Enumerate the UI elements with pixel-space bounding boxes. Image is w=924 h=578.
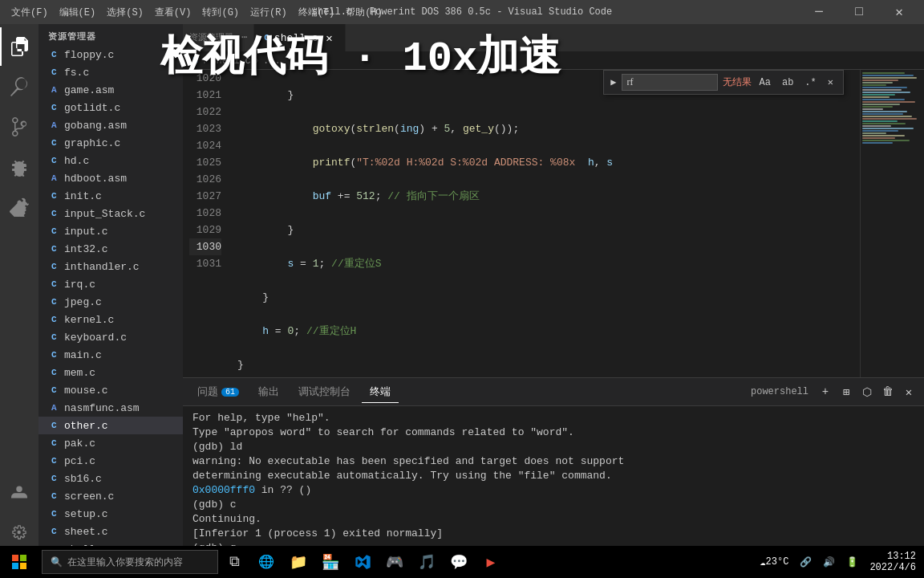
term-line-2: Type "apropos word" to search for comman… — [192, 425, 914, 440]
panel-maximize-btn[interactable]: ⬡ — [858, 383, 876, 401]
tray-battery[interactable]: 🔋 — [841, 546, 863, 578]
taskbar-vscode[interactable] — [346, 546, 379, 578]
sidebar-file-memc[interactable]: Cmem.c — [38, 364, 183, 381]
find-close-btn[interactable]: ✕ — [825, 75, 837, 89]
sidebar-file-pcic[interactable]: Cpci.c — [38, 452, 183, 470]
menu-edit[interactable]: 编辑(E) — [55, 4, 101, 21]
sidebar-file-floppyc[interactable]: Cfloppy.c — [38, 46, 183, 63]
activity-debug[interactable] — [0, 148, 38, 186]
sidebar-file-int32c[interactable]: Cint32.c — [38, 240, 183, 258]
taskbar-app8[interactable]: 💬 — [443, 546, 475, 578]
activity-extensions[interactable] — [0, 188, 38, 226]
sidebar-file-gameasm[interactable]: Agame.asm — [38, 81, 183, 99]
taskbar-explorer[interactable]: 📁 — [282, 546, 314, 578]
sidebar-file-kernelc[interactable]: Ckernel.c — [38, 311, 183, 328]
activity-search[interactable] — [0, 67, 38, 106]
code-line-1022: printf("T:%02d H:%02d S:%02d ADDRESS: %0… — [237, 154, 860, 171]
menu-run[interactable]: 运行(R) — [245, 4, 292, 21]
sidebar-file-initc[interactable]: Cinit.c — [38, 187, 183, 205]
panel-tab-problems[interactable]: 问题 61 — [189, 381, 247, 402]
sidebar-file-mousec[interactable]: Cmouse.c — [38, 381, 183, 399]
terminal-output[interactable]: For help, type "help". Type "apropos wor… — [183, 406, 924, 558]
breadcrumb: C : shell.c › ... — [183, 52, 924, 70]
panel-tab-debug-console[interactable]: 调试控制台 — [290, 381, 359, 402]
panel-tab-output[interactable]: 输出 — [250, 381, 287, 402]
panel-close-btn[interactable]: ✕ — [900, 383, 918, 401]
panel-tab-terminal[interactable]: 终端 — [362, 381, 399, 403]
sidebar-file-setupc[interactable]: Csetup.c — [38, 505, 183, 523]
sidebar-file-screenc[interactable]: Cscreen.c — [38, 487, 183, 505]
sidebar-file-hdbootasm[interactable]: Ahdboot.asm — [38, 169, 183, 187]
minimap — [860, 70, 924, 377]
window-title: shell.c - Powerint DOS 386 0.5c - Visual… — [312, 6, 612, 18]
find-input[interactable] — [622, 74, 718, 91]
code-line-1024: } — [237, 222, 860, 238]
taskbar-store[interactable]: 🏪 — [314, 546, 346, 578]
sidebar-file-input_Stackc[interactable]: Cinput_Stack.c — [38, 205, 183, 222]
editor-area: 资源管理器 ⋯ C shell.c ✕ C : shell.c › ... ▶ — [183, 24, 924, 558]
tab-shell-c[interactable]: C shell.c ✕ — [254, 24, 346, 51]
find-regex-btn[interactable]: .* — [801, 76, 819, 89]
breadcrumb-shellc[interactable]: shell.c — [210, 55, 250, 67]
panel-trash-btn[interactable]: 🗑 — [879, 383, 897, 401]
panel-split-btn[interactable]: ⊞ — [837, 383, 855, 401]
sidebar-file-fsc[interactable]: Cfs.c — [38, 63, 183, 81]
panel: 问题 61 输出 调试控制台 终端 powershell + ⊞ ⬡ 🗑 — [183, 377, 924, 558]
sidebar-file-nasmfuncasm[interactable]: Anasmfunc.asm — [38, 399, 183, 417]
activity-account[interactable] — [0, 473, 38, 511]
minimap-content — [861, 70, 924, 146]
sidebar-file-hdc[interactable]: Chd.c — [38, 152, 183, 169]
sidebar-file-sheetc[interactable]: Csheet.c — [38, 523, 183, 540]
breadcrumb-c[interactable]: C — [192, 55, 198, 67]
svg-rect-0 — [12, 555, 18, 561]
sidebar-file-inthandlerc[interactable]: Cinthandler.c — [38, 258, 183, 275]
code-line-1027: h = 0; //重定位H — [237, 323, 860, 340]
menu-select[interactable]: 选择(S) — [102, 4, 148, 21]
tab-explorer[interactable]: 资源管理器 ⋯ — [183, 24, 254, 51]
minimize-button[interactable]: ─ — [800, 0, 837, 24]
tray-temp[interactable]: ☁23°C — [755, 546, 793, 578]
file-list: Cfloppy.cCfs.cAgame.asmCgotlidt.cAgobang… — [38, 46, 183, 558]
taskbar-edge[interactable]: 🌐 — [250, 546, 282, 578]
taskbar-app7[interactable]: 🎵 — [411, 546, 443, 578]
tab-close-shell[interactable]: ✕ — [322, 31, 335, 44]
panel-add-btn[interactable]: + — [817, 383, 834, 401]
code-editor[interactable]: ▶ 无结果 Aa ab .* ✕ 1020 1021 1022 1023 102… — [183, 70, 860, 377]
sidebar-file-otherc[interactable]: Cother.c — [38, 417, 183, 434]
sidebar-file-mainc[interactable]: Cmain.c — [38, 346, 183, 364]
taskbar-app9[interactable]: ▶ — [475, 546, 507, 578]
svg-rect-3 — [20, 563, 26, 569]
sidebar-file-gobangasm[interactable]: Agobang.asm — [38, 116, 183, 134]
sidebar-file-graphicc[interactable]: Cgraphic.c — [38, 134, 183, 152]
menu-view[interactable]: 查看(V) — [150, 4, 197, 21]
sidebar-file-irqc[interactable]: Cirq.c — [38, 275, 183, 293]
start-button[interactable] — [0, 546, 38, 578]
find-case-btn[interactable]: Aa — [756, 76, 774, 89]
tray-network[interactable]: 🔗 — [795, 546, 817, 578]
sidebar-file-gotlidtc[interactable]: Cgotlidt.c — [38, 99, 183, 116]
taskbar-tray: ☁23°C 🔗 🔊 🔋 13:12 2022/4/6 — [755, 546, 924, 578]
close-button[interactable]: ✕ — [881, 0, 918, 24]
activity-explorer[interactable] — [0, 27, 38, 66]
menu-goto[interactable]: 转到(G) — [197, 4, 244, 21]
tray-volume[interactable]: 🔊 — [818, 546, 840, 578]
sidebar-file-inputc[interactable]: Cinput.c — [38, 222, 183, 240]
menu-file[interactable]: 文件(F) — [6, 4, 53, 21]
tray-datetime[interactable]: 13:12 2022/4/6 — [865, 546, 921, 578]
sidebar-file-keyboardc[interactable]: Ckeyboard.c — [38, 328, 183, 346]
taskbar-search[interactable]: 🔍 在这里输入你要搜索的内容 — [42, 550, 218, 574]
maximize-button[interactable]: □ — [841, 0, 877, 24]
find-word-btn[interactable]: ab — [779, 76, 796, 89]
sidebar-file-pakc[interactable]: Cpak.c — [38, 434, 183, 452]
term-line-4: warning: No executable has been specifie… — [192, 454, 914, 469]
taskbar-task-view[interactable]: ⧉ — [218, 546, 250, 578]
terminal-label: powershell — [751, 386, 808, 397]
sidebar-file-jpegc[interactable]: Cjpeg.c — [38, 293, 183, 311]
taskbar-app6[interactable]: 🎮 — [379, 546, 411, 578]
breadcrumb-more[interactable]: ... — [263, 55, 281, 67]
panel-controls: powershell + ⊞ ⬡ 🗑 ✕ — [751, 383, 918, 401]
editor-with-minimap: ▶ 无结果 Aa ab .* ✕ 1020 1021 1022 1023 102… — [183, 70, 924, 377]
activity-source-control[interactable] — [0, 108, 38, 146]
find-bar: ▶ 无结果 Aa ab .* ✕ — [603, 70, 844, 95]
sidebar-file-sb16c[interactable]: Csb16.c — [38, 470, 183, 487]
